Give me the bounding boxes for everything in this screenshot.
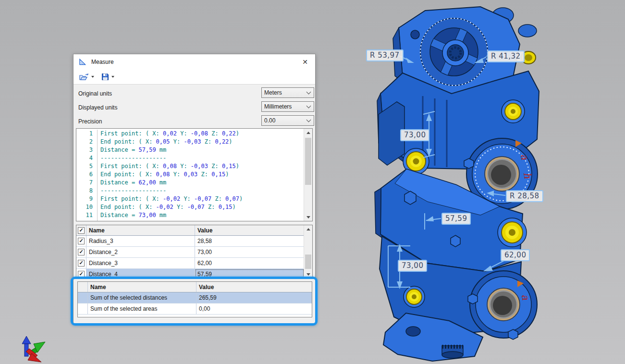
select-all-checkbox[interactable]: ✓ [76, 225, 86, 235]
dimension-callout[interactable]: R 41,32 [487, 50, 525, 62]
precision-select[interactable]: 0.00 [261, 115, 314, 126]
log-line: 6 End point: ( X: 0,08 Y: 0,03 Z: 0,15) [76, 170, 304, 179]
dimension-callout[interactable]: R 28,58 [506, 190, 543, 202]
measurement-row[interactable]: ✓ Radius_3 28,58 [76, 236, 304, 247]
log-line: 12 ------------------- [76, 219, 304, 221]
row-checkbox[interactable]: ✓ [76, 236, 86, 246]
dimension-callout[interactable]: 62,00 [501, 249, 530, 261]
dialog-titlebar[interactable]: Measure ✕ [74, 54, 315, 70]
measurement-row[interactable]: ✓ Distance_3 62,00 [76, 258, 304, 269]
chevron-down-icon [306, 104, 311, 109]
log-line: 8 ------------------- [76, 187, 304, 195]
log-line: 1 First point: ( X: 0,02 Y: -0,08 Z: 0,2… [76, 130, 304, 138]
log-line: 4 ------------------- [76, 154, 304, 162]
displayed-units-select[interactable]: Millimeters [261, 101, 314, 112]
log-line: 9 First point: ( X: -0,02 Y: -0,07 Z: 0,… [76, 195, 304, 203]
displayed-units-label: Displayed units [78, 104, 117, 111]
open-button[interactable] [78, 71, 96, 83]
open-folder-icon [79, 73, 89, 81]
results-table: ✓ Name Value ✓ Radius_3 28,58 ✓ Distance… [76, 225, 313, 279]
scroll-up-icon[interactable] [304, 225, 312, 233]
close-button[interactable]: ✕ [299, 56, 311, 68]
dimension-callout[interactable]: 57,59 [441, 213, 471, 225]
scrollbar-thumb[interactable] [305, 255, 311, 269]
log-line: 2 End point: ( X: 0,05 Y: -0,03 Z: 0,22) [76, 138, 304, 146]
scroll-up-icon[interactable] [304, 129, 312, 136]
precision-label: Precision [78, 118, 102, 125]
original-units-label: Original units [78, 90, 112, 97]
results-header: ✓ Name Value [76, 225, 304, 236]
log-line: 10 End point: ( X: -0,02 Y: -0,07 Z: 0,1… [76, 203, 304, 211]
log-line: 3 Distance = 57,59 mm [76, 146, 304, 154]
measurement-log[interactable]: 1 First point: ( X: 0,02 Y: -0,08 Z: 0,2… [76, 128, 313, 221]
save-button[interactable] [100, 71, 116, 83]
measure-icon [79, 58, 86, 66]
summary-row[interactable]: Sum of the selected distances 265,59 [78, 292, 312, 303]
dimension-callout[interactable]: 73,00 [398, 260, 427, 272]
summary-table: Name Value Sum of the selected distances… [77, 281, 312, 317]
row-checkbox[interactable]: ✓ [76, 247, 86, 257]
scroll-down-icon[interactable] [304, 213, 312, 221]
open-dropdown-caret[interactable] [91, 76, 94, 78]
dimension-callout[interactable]: 73,00 [400, 129, 429, 141]
measure-dialog: Measure ✕ [73, 54, 316, 324]
dimension-callout[interactable]: R 53,97 [366, 49, 404, 61]
chevron-down-icon [306, 118, 311, 122]
log-line: 5 First point: ( X: 0,08 Y: -0,03 Z: 0,1… [76, 162, 304, 170]
dialog-toolbar [74, 70, 315, 85]
log-line: 11 Distance = 73,00 mm [76, 211, 304, 219]
save-dropdown-caret[interactable] [111, 76, 114, 78]
measurement-row[interactable]: ✓ Distance_2 73,00 [76, 247, 304, 258]
summary-row[interactable]: Sum of the selected areas 0,00 [78, 303, 312, 315]
save-floppy-icon [101, 73, 109, 81]
scrollbar-thumb[interactable] [305, 138, 311, 185]
row-checkbox[interactable]: ✓ [76, 269, 86, 279]
results-scrollbar[interactable] [304, 225, 312, 278]
scroll-down-icon[interactable] [304, 270, 312, 278]
log-line: 7 Distance = 62,00 mm [76, 179, 304, 187]
row-checkbox[interactable]: ✓ [76, 258, 86, 268]
chevron-down-icon [306, 90, 311, 95]
summary-header: Name Value [78, 282, 312, 292]
log-scrollbar[interactable] [304, 129, 312, 221]
application-window: a h a [0, 0, 625, 364]
dialog-title: Measure [91, 59, 114, 65]
axis-triad-icon [22, 336, 45, 362]
measurement-row[interactable]: ✓ Distance_4 57,59 [76, 269, 304, 279]
original-units-select[interactable]: Meters [261, 87, 314, 98]
